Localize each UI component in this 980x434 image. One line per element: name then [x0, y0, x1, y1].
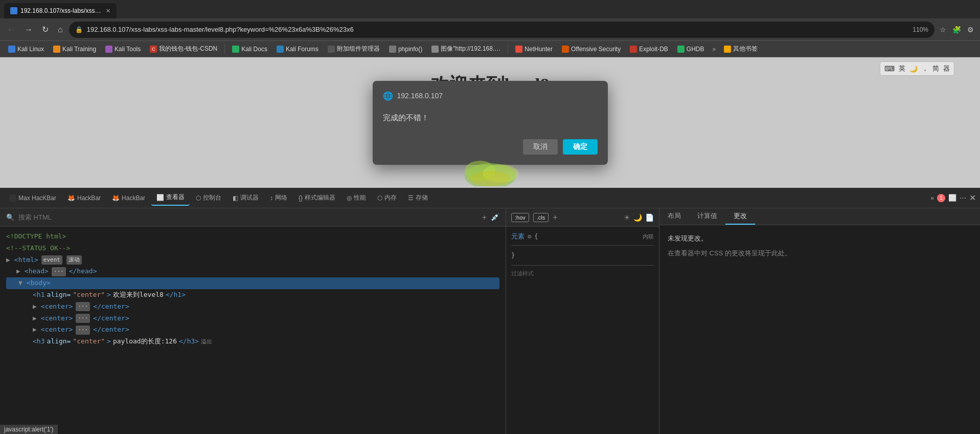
devtools-tab-storage[interactable]: ☰ 存储 [403, 190, 433, 205]
tab-close-button[interactable]: ✕ [106, 8, 110, 14]
devtools-tab-debugger[interactable]: ◧ 调试器 [227, 190, 264, 205]
devtools-tab-network[interactable]: ↕ 网络 [265, 190, 292, 205]
bookmark-favicon [105, 46, 112, 53]
performance-icon: ◎ [347, 194, 352, 202]
devtools-tab-hackbar-ff[interactable]: 🦊 HackBar [62, 191, 106, 205]
bookmark-favicon [431, 46, 439, 53]
ellipsis-badge[interactable]: ··· [76, 302, 90, 311]
separator [224, 45, 225, 54]
devtools-more-tabs[interactable]: » [930, 194, 934, 202]
computed-tab[interactable]: 计算值 [689, 208, 725, 225]
changes-tab-active[interactable]: 更改 [725, 208, 755, 225]
bookmark-label: GHDB [687, 46, 704, 53]
html-line-selected[interactable]: ▼ <body> [6, 277, 499, 289]
devtools-tab-label: HackBar [77, 194, 101, 202]
devtools-close-button[interactable]: ✕ [969, 193, 976, 203]
ellipsis-badge[interactable]: ··· [76, 326, 90, 335]
expand-icon[interactable]: ▼ [18, 278, 22, 289]
dialog-ok-button[interactable]: 确定 [563, 139, 598, 155]
bookmark-label: Kali Forums [286, 46, 318, 53]
center-close: </center> [93, 301, 129, 312]
active-tab[interactable]: 192.168.0.107/xss-labs/xss-labs-master/l… [4, 3, 117, 18]
scroll-badge[interactable]: 滚动 [66, 255, 82, 265]
dialog-cancel-button[interactable]: 取消 [523, 139, 558, 155]
cls-button[interactable]: .cls [533, 213, 549, 222]
expand-icon[interactable]: ▶ [16, 266, 20, 277]
extensions-btn[interactable]: 🧩 [950, 24, 963, 36]
layout-tab[interactable]: 布局 [659, 208, 689, 225]
devtools-tab-hackbar[interactable]: 🦊 HackBar [107, 191, 150, 205]
bookmark-favicon [630, 46, 637, 53]
devtools-tab-label: 内存 [384, 193, 397, 202]
devtools-overflow-button[interactable]: ⋯ [960, 194, 966, 202]
devtools-tab-memory[interactable]: ⬡ 内存 [372, 190, 402, 205]
address-bar-wrapper[interactable]: 🔒 110% [69, 21, 935, 38]
home-button[interactable]: ⌂ [55, 23, 66, 36]
bookmark-image[interactable]: 图像"http://192.168.… [427, 43, 505, 55]
expand-icon[interactable]: ▶ [6, 255, 10, 266]
bookmarks-more-button[interactable]: » [710, 44, 719, 55]
changes-tabs: 布局 计算值 更改 [659, 208, 980, 225]
address-bar[interactable] [87, 26, 909, 33]
bookmark-kali-forums[interactable]: Kali Forums [272, 44, 323, 54]
center-tag: <center> [41, 301, 73, 312]
bookmark-label: Offensive Security [571, 46, 621, 53]
html-line: <h1 align= "center" > 欢迎来到level8 </h1> [6, 289, 499, 301]
dialog-header: 🌐 192.168.0.107 [383, 91, 598, 101]
forward-button[interactable]: → [21, 23, 36, 36]
devtools-tab-label: 样式编辑器 [305, 193, 335, 202]
devtools-tab-max-hackbar[interactable]: Max HacKBar [4, 191, 61, 205]
h3-close: </h3> [179, 336, 199, 347]
dark-mode-button[interactable]: 🌙 [633, 213, 642, 222]
expand-icon[interactable]: ▶ [33, 313, 37, 324]
bookmark-ghdb[interactable]: GHDB [673, 44, 709, 54]
brace-open: { [534, 233, 538, 240]
bookmarks-btn[interactable]: ☆ [938, 24, 948, 36]
inline-label: 内联 [643, 233, 654, 241]
add-rule-button[interactable]: + [553, 213, 557, 222]
ellipsis-badge[interactable]: ··· [52, 267, 66, 276]
body-tag: <body> [27, 278, 51, 289]
bookmark-plugin-mgr[interactable]: 附加组件管理器 [324, 43, 384, 55]
center-val2: "center" [73, 336, 105, 347]
html-search-input[interactable] [18, 213, 478, 221]
expand-icon[interactable]: ▶ [33, 301, 37, 312]
devtools-tab-performance[interactable]: ◎ 性能 [341, 190, 371, 205]
devtools-tab-label: 网络 [275, 193, 287, 202]
align-attr: align= [47, 290, 71, 300]
devtools-tab-label: 控制台 [203, 193, 221, 202]
back-button[interactable]: ← [4, 23, 18, 36]
devtools-tab-style-editor[interactable]: {} 样式编辑器 [293, 190, 340, 205]
devtools-tab-inspector[interactable]: ⬜ 查看器 [151, 190, 190, 206]
event-badge[interactable]: event [41, 255, 62, 265]
memory-icon: ⬡ [377, 194, 382, 202]
bookmark-kali-training[interactable]: Kali Training [49, 44, 100, 54]
bookmark-csdn[interactable]: C 我的钱包-钱包-CSDN [146, 43, 221, 55]
pick-element-button[interactable]: 💉 [491, 213, 499, 222]
bookmark-exploit-db[interactable]: Exploit-DB [626, 44, 672, 54]
overflow-badge: 溢出 [201, 337, 212, 346]
h1-text: 欢迎来到level8 [113, 290, 164, 300]
bookmark-phpinfo[interactable]: phpinfo() [385, 44, 426, 54]
reload-button[interactable]: ↻ [39, 23, 52, 36]
light-mode-button[interactable]: ☀ [624, 213, 630, 222]
bookmark-kali-linux[interactable]: Kali Linux [4, 44, 48, 54]
screenshot-button[interactable]: 📄 [645, 213, 654, 222]
bookmark-nethunter[interactable]: NetHunter [511, 44, 557, 54]
expand-icon[interactable]: ▶ [33, 324, 37, 335]
settings-btn[interactable]: ⚙ [965, 24, 976, 36]
bookmark-offensive[interactable]: Offensive Security [558, 44, 625, 54]
network-icon: ↕ [270, 194, 273, 202]
bookmark-favicon [677, 46, 685, 53]
ellipsis-badge[interactable]: ··· [76, 314, 90, 323]
bookmark-other-folder[interactable]: 其他书签 [720, 43, 762, 55]
devtools-tab-console[interactable]: ⬡ 控制台 [191, 190, 226, 205]
responsive-mode-button[interactable]: ⬜ [948, 194, 956, 202]
hov-button[interactable]: :hov [511, 213, 529, 222]
bookmark-kali-docs[interactable]: Kali Docs [228, 44, 271, 54]
bookmark-label: 其他书签 [733, 45, 758, 53]
bookmark-label: Exploit-DB [639, 46, 668, 53]
bookmark-kali-tools[interactable]: Kali Tools [101, 44, 145, 54]
add-node-button[interactable]: + [482, 213, 487, 222]
devtools-tab-label: 查看器 [166, 193, 185, 202]
